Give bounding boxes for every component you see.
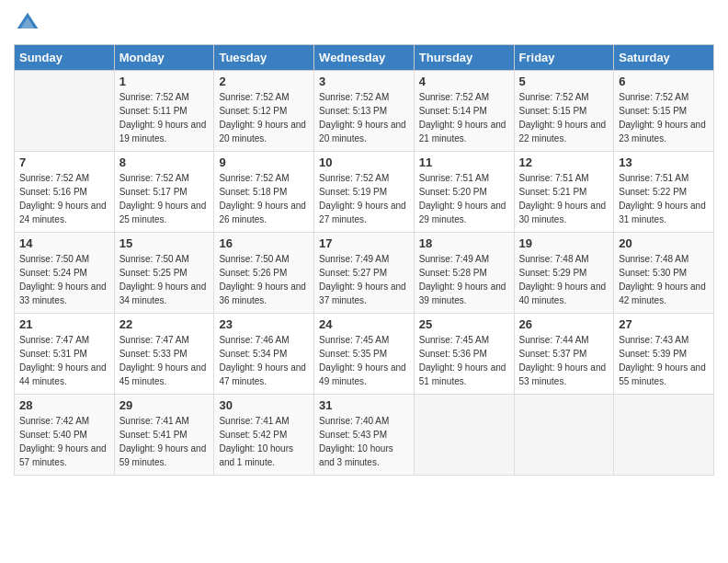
- header-day-friday: Friday: [514, 45, 614, 71]
- day-number: 17: [319, 236, 409, 250]
- day-info: Sunrise: 7:52 AMSunset: 5:12 PMDaylight:…: [219, 90, 309, 145]
- day-number: 6: [619, 75, 709, 88]
- logo: [14, 9, 45, 37]
- calendar-cell: 27 Sunrise: 7:43 AMSunset: 5:39 PMDaylig…: [614, 314, 714, 395]
- day-info: Sunrise: 7:50 AMSunset: 5:25 PMDaylight:…: [119, 252, 210, 307]
- day-number: 18: [419, 236, 509, 250]
- calendar-table: SundayMondayTuesdayWednesdayThursdayFrid…: [14, 44, 714, 476]
- calendar-cell: 26 Sunrise: 7:44 AMSunset: 5:37 PMDaylig…: [514, 314, 614, 395]
- calendar-cell: [414, 395, 514, 476]
- calendar-cell: 6 Sunrise: 7:52 AMSunset: 5:15 PMDayligh…: [614, 71, 714, 152]
- day-info: Sunrise: 7:41 AMSunset: 5:41 PMDaylight:…: [119, 414, 210, 469]
- day-info: Sunrise: 7:48 AMSunset: 5:30 PMDaylight:…: [619, 252, 709, 307]
- day-number: 2: [219, 75, 309, 88]
- calendar-cell: [514, 395, 614, 476]
- day-number: 31: [319, 398, 409, 412]
- calendar-cell: 12 Sunrise: 7:51 AMSunset: 5:21 PMDaylig…: [514, 152, 614, 233]
- calendar-cell: 7 Sunrise: 7:52 AMSunset: 5:16 PMDayligh…: [15, 152, 115, 233]
- week-row-3: 14 Sunrise: 7:50 AMSunset: 5:24 PMDaylig…: [15, 233, 714, 314]
- calendar-cell: 24 Sunrise: 7:45 AMSunset: 5:35 PMDaylig…: [314, 314, 415, 395]
- calendar-cell: 1 Sunrise: 7:52 AMSunset: 5:11 PMDayligh…: [114, 71, 214, 152]
- calendar-cell: 15 Sunrise: 7:50 AMSunset: 5:25 PMDaylig…: [114, 233, 214, 314]
- header-day-tuesday: Tuesday: [214, 45, 314, 71]
- calendar-cell: 21 Sunrise: 7:47 AMSunset: 5:31 PMDaylig…: [15, 314, 115, 395]
- day-number: 26: [519, 317, 609, 331]
- day-info: Sunrise: 7:52 AMSunset: 5:16 PMDaylight:…: [19, 171, 109, 226]
- day-info: Sunrise: 7:49 AMSunset: 5:28 PMDaylight:…: [419, 252, 509, 307]
- calendar-cell: 3 Sunrise: 7:52 AMSunset: 5:13 PMDayligh…: [314, 71, 415, 152]
- page-header: [14, 9, 714, 37]
- day-number: 25: [419, 317, 509, 331]
- day-number: 14: [19, 236, 109, 250]
- header-day-thursday: Thursday: [414, 45, 514, 71]
- day-number: 29: [119, 398, 210, 412]
- calendar-cell: 16 Sunrise: 7:50 AMSunset: 5:26 PMDaylig…: [214, 233, 314, 314]
- calendar-cell: 23 Sunrise: 7:46 AMSunset: 5:34 PMDaylig…: [214, 314, 314, 395]
- day-info: Sunrise: 7:47 AMSunset: 5:31 PMDaylight:…: [19, 333, 109, 388]
- calendar-cell: 22 Sunrise: 7:47 AMSunset: 5:33 PMDaylig…: [114, 314, 214, 395]
- day-number: 23: [219, 317, 309, 331]
- day-info: Sunrise: 7:47 AMSunset: 5:33 PMDaylight:…: [119, 333, 210, 388]
- week-row-2: 7 Sunrise: 7:52 AMSunset: 5:16 PMDayligh…: [15, 152, 714, 233]
- day-number: 7: [19, 155, 109, 169]
- day-number: 24: [319, 317, 409, 331]
- header-day-saturday: Saturday: [614, 45, 714, 71]
- day-number: 20: [619, 236, 709, 250]
- header-row: SundayMondayTuesdayWednesdayThursdayFrid…: [15, 45, 714, 71]
- calendar-cell: 31 Sunrise: 7:40 AMSunset: 5:43 PMDaylig…: [314, 395, 415, 476]
- week-row-5: 28 Sunrise: 7:42 AMSunset: 5:40 PMDaylig…: [15, 395, 714, 476]
- day-number: 12: [519, 155, 609, 169]
- day-info: Sunrise: 7:40 AMSunset: 5:43 PMDaylight:…: [319, 414, 409, 469]
- calendar-cell: 28 Sunrise: 7:42 AMSunset: 5:40 PMDaylig…: [15, 395, 115, 476]
- day-number: 16: [219, 236, 309, 250]
- calendar-cell: 18 Sunrise: 7:49 AMSunset: 5:28 PMDaylig…: [414, 233, 514, 314]
- day-number: 15: [119, 236, 210, 250]
- calendar-cell: 4 Sunrise: 7:52 AMSunset: 5:14 PMDayligh…: [414, 71, 514, 152]
- day-info: Sunrise: 7:41 AMSunset: 5:42 PMDaylight:…: [219, 414, 309, 469]
- calendar-cell: 5 Sunrise: 7:52 AMSunset: 5:15 PMDayligh…: [514, 71, 614, 152]
- day-info: Sunrise: 7:48 AMSunset: 5:29 PMDaylight:…: [519, 252, 609, 307]
- day-info: Sunrise: 7:52 AMSunset: 5:13 PMDaylight:…: [319, 90, 409, 145]
- day-number: 1: [119, 75, 210, 88]
- calendar-cell: 25 Sunrise: 7:45 AMSunset: 5:36 PMDaylig…: [414, 314, 514, 395]
- day-number: 27: [619, 317, 709, 331]
- day-number: 28: [19, 398, 109, 412]
- calendar-cell: 2 Sunrise: 7:52 AMSunset: 5:12 PMDayligh…: [214, 71, 314, 152]
- day-info: Sunrise: 7:51 AMSunset: 5:21 PMDaylight:…: [519, 171, 609, 226]
- day-number: 9: [219, 155, 309, 169]
- day-number: 4: [419, 75, 509, 88]
- day-info: Sunrise: 7:43 AMSunset: 5:39 PMDaylight:…: [619, 333, 709, 388]
- day-number: 11: [419, 155, 509, 169]
- header-day-monday: Monday: [114, 45, 214, 71]
- day-info: Sunrise: 7:52 AMSunset: 5:18 PMDaylight:…: [219, 171, 309, 226]
- day-info: Sunrise: 7:52 AMSunset: 5:14 PMDaylight:…: [419, 90, 509, 145]
- day-info: Sunrise: 7:49 AMSunset: 5:27 PMDaylight:…: [319, 252, 409, 307]
- header-day-sunday: Sunday: [15, 45, 115, 71]
- calendar-cell: 17 Sunrise: 7:49 AMSunset: 5:27 PMDaylig…: [314, 233, 415, 314]
- calendar-cell: 9 Sunrise: 7:52 AMSunset: 5:18 PMDayligh…: [214, 152, 314, 233]
- day-info: Sunrise: 7:52 AMSunset: 5:17 PMDaylight:…: [119, 171, 210, 226]
- calendar-cell: 11 Sunrise: 7:51 AMSunset: 5:20 PMDaylig…: [414, 152, 514, 233]
- day-number: 19: [519, 236, 609, 250]
- day-info: Sunrise: 7:52 AMSunset: 5:11 PMDaylight:…: [119, 90, 210, 145]
- day-info: Sunrise: 7:46 AMSunset: 5:34 PMDaylight:…: [219, 333, 309, 388]
- week-row-4: 21 Sunrise: 7:47 AMSunset: 5:31 PMDaylig…: [15, 314, 714, 395]
- calendar-cell: [15, 71, 115, 152]
- day-number: 10: [319, 155, 409, 169]
- calendar-cell: 19 Sunrise: 7:48 AMSunset: 5:29 PMDaylig…: [514, 233, 614, 314]
- day-number: 21: [19, 317, 109, 331]
- day-number: 13: [619, 155, 709, 169]
- calendar-cell: 20 Sunrise: 7:48 AMSunset: 5:30 PMDaylig…: [614, 233, 714, 314]
- day-info: Sunrise: 7:50 AMSunset: 5:26 PMDaylight:…: [219, 252, 309, 307]
- day-info: Sunrise: 7:44 AMSunset: 5:37 PMDaylight:…: [519, 333, 609, 388]
- day-number: 5: [519, 75, 609, 88]
- calendar-cell: 10 Sunrise: 7:52 AMSunset: 5:19 PMDaylig…: [314, 152, 415, 233]
- calendar-cell: 30 Sunrise: 7:41 AMSunset: 5:42 PMDaylig…: [214, 395, 314, 476]
- day-number: 30: [219, 398, 309, 412]
- calendar-cell: [614, 395, 714, 476]
- day-number: 3: [319, 75, 409, 88]
- day-info: Sunrise: 7:45 AMSunset: 5:35 PMDaylight:…: [319, 333, 409, 388]
- calendar-cell: 13 Sunrise: 7:51 AMSunset: 5:22 PMDaylig…: [614, 152, 714, 233]
- logo-icon: [14, 9, 41, 37]
- calendar-cell: 14 Sunrise: 7:50 AMSunset: 5:24 PMDaylig…: [15, 233, 115, 314]
